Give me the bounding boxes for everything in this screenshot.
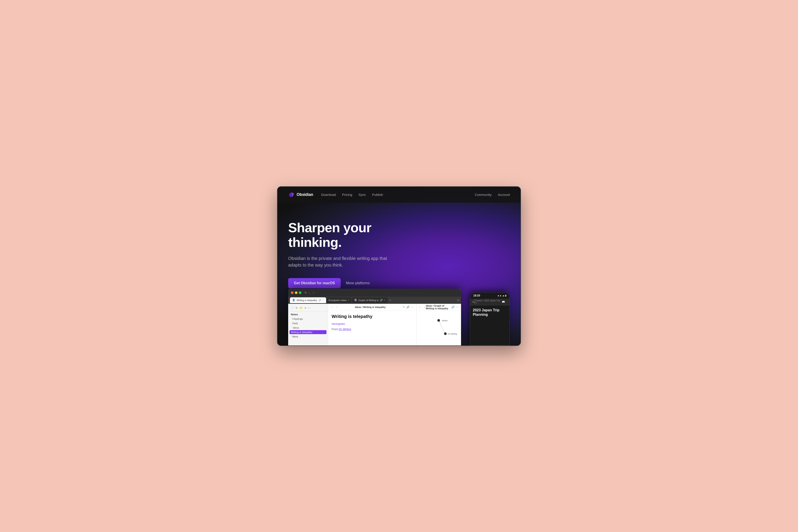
tab-text-1: Writing is telepathy	[297, 299, 317, 302]
mobile-toolbar-icon-more[interactable]: ⋯	[505, 301, 507, 303]
tab-chain-icon-1: 🔗	[318, 299, 321, 301]
note-body: From On Writing	[332, 328, 413, 331]
note-pane-toolbar: ← → Ideas / Writing is telepathy ✎ 🔗	[328, 304, 416, 311]
titlebar-search-icon: ⌕	[309, 291, 310, 294]
nav-arrows: ← →	[331, 306, 338, 309]
mobile-signal-icon: ▲▲	[497, 294, 502, 297]
tab-close-3[interactable]: ×	[384, 299, 385, 301]
forward-arrow-icon[interactable]: →	[335, 306, 338, 309]
mobile-content: 2023 Japan Trip Planning	[470, 305, 509, 322]
tab-graph[interactable]: 🔮 Graph of Writing is 🔗 ×	[352, 297, 388, 303]
sidebar-item-daily[interactable]: › Daily	[290, 321, 327, 325]
mobile-toolbar-icon-left[interactable]: ⊞	[472, 301, 475, 303]
tab-close-2[interactable]: ×	[348, 299, 349, 301]
preview-section: ⊞ ⌕ ☆ 🔮 Writing is telepathy 🔗 × Evergre…	[278, 289, 520, 345]
graph-node-books[interactable]	[437, 319, 440, 322]
graph-pane: ← → Ideas / Graph of Writing is telepath…	[416, 304, 461, 345]
tab-bar: 🔮 Writing is telepathy 🔗 × Evergreen not…	[288, 297, 461, 304]
sidebar-icon-file[interactable]: 📄	[291, 306, 294, 309]
svg-line-0	[439, 320, 445, 334]
mobile-status-icons: ▲▲ ☁ ▮	[497, 294, 506, 297]
sidebar-item-meta[interactable]: › Meta	[290, 335, 327, 339]
nav-links: Download Pricing Sync Publish	[321, 193, 383, 196]
app-main: ← → Ideas / Writing is telepathy ✎ 🔗	[328, 304, 461, 345]
more-icon[interactable]: ⋯	[411, 306, 414, 309]
get-obsidian-button[interactable]: Get Obsidian for macOS	[288, 278, 341, 288]
note-body-link[interactable]: On Writing	[338, 328, 351, 331]
mobile-toolbar-icon-book[interactable]: 📖	[502, 301, 505, 303]
mobile-toolbar: ⊞ Projects / 2023 Japan Trip Pl... 📖 ⋯	[470, 299, 509, 305]
tab-writing-telepathy[interactable]: 🔮 Writing is telepathy 🔗 ×	[290, 297, 326, 303]
sidebar-section-notes: Notes	[290, 312, 327, 317]
graph-content: Books On Writing	[416, 311, 461, 345]
more-platforms-button[interactable]: More platforms	[346, 281, 370, 285]
sidebar-label-writing: Writing is telepathy	[291, 331, 312, 334]
nav-link-community[interactable]: Community	[475, 193, 491, 196]
note-title: Writing is telepathy	[332, 314, 413, 319]
hero-content: Sharpen your thinking. Obsidian is the p…	[278, 203, 520, 297]
graph-label-books: Books	[442, 320, 448, 322]
graph-nav-arrows: ← →	[419, 306, 426, 309]
sidebar-icon-sort[interactable]: ≡	[304, 306, 306, 309]
tab-evergreen[interactable]: Evergreen notes ×	[327, 297, 352, 303]
sidebar-label-meta: Meta	[292, 335, 298, 338]
graph-node-onwriting[interactable]	[444, 332, 447, 335]
mobile-body: 2023 Japan Trip Planning	[470, 305, 509, 322]
sidebar-item-ideas[interactable]: ˅ Ideas	[290, 326, 327, 330]
graph-toolbar: ← → Ideas / Graph of Writing is telepath…	[416, 304, 461, 311]
nav-right: Community Account	[475, 193, 510, 196]
note-tag[interactable]: #evergreen	[332, 322, 345, 325]
mobile-time: 18:20	[473, 294, 480, 297]
tab-text-2: Evergreen notes	[329, 299, 347, 302]
mobile-battery-icon: ▮	[505, 294, 506, 297]
logo-group[interactable]: Obsidian	[288, 192, 313, 198]
tab-expand-icon[interactable]: ⊡	[457, 299, 459, 302]
traffic-light-yellow[interactable]	[295, 291, 297, 294]
sidebar-item-clippings[interactable]: › Clippings	[290, 317, 327, 321]
mobile-breadcrumb: Projects / 2023 Japan Trip Pl...	[475, 299, 502, 304]
chevron-icon-daily: ›	[291, 322, 292, 324]
sidebar-item-writing-telepathy[interactable]: Writing is telepathy	[290, 330, 327, 334]
nav-link-download[interactable]: Download	[321, 193, 336, 196]
edit-icon[interactable]: ✎	[403, 306, 405, 309]
graph-more-icon[interactable]: ⋯	[456, 306, 459, 309]
link-icon[interactable]: 🔗	[406, 306, 410, 309]
graph-forward-icon[interactable]: →	[423, 306, 426, 309]
graph-label-onwriting: On Writing	[448, 333, 457, 335]
back-arrow-icon[interactable]: ←	[331, 306, 333, 309]
mobile-status-bar: 18:20 ▲▲ ☁ ▮	[470, 292, 509, 299]
note-pane: ← → Ideas / Writing is telepathy ✎ 🔗	[328, 304, 416, 345]
sidebar-icon-edit[interactable]: ✎	[296, 306, 298, 309]
obsidian-logo-icon	[288, 192, 294, 198]
chevron-icon-meta: ›	[291, 336, 292, 338]
nav-link-sync[interactable]: Sync	[358, 193, 366, 196]
logo-text: Obsidian	[297, 192, 313, 197]
hero-actions: Get Obsidian for macOS More platforms	[288, 278, 510, 288]
graph-link-icon[interactable]: 🔗	[451, 306, 454, 309]
app-body: 📄 ✎ 📁 ≡ ⋯ Notes › Clippings	[288, 304, 461, 345]
nav-link-account[interactable]: Account	[498, 193, 510, 196]
sidebar-label-clippings: Clippings	[292, 318, 303, 320]
nav-link-publish[interactable]: Publish	[372, 193, 383, 196]
traffic-light-red[interactable]	[291, 291, 294, 294]
graph-breadcrumb-prefix: Ideas	[426, 304, 432, 307]
sidebar-icon-more[interactable]: ⋯	[308, 306, 311, 309]
graph-back-icon[interactable]: ←	[419, 306, 421, 309]
sidebar-label-ideas: Ideas	[293, 326, 299, 329]
breadcrumb-current: Writing is telepathy	[363, 306, 386, 308]
tab-graph-icon: 🔮	[354, 299, 357, 302]
titlebar-star-icon: ☆	[313, 291, 315, 294]
tab-close-1[interactable]: ×	[322, 299, 324, 301]
nav-link-pricing[interactable]: Pricing	[342, 193, 352, 196]
traffic-light-green[interactable]	[299, 291, 301, 294]
hero-subtitle: Obsidian is the private and flexible wri…	[288, 255, 394, 268]
chevron-icon-ideas: ˅	[291, 327, 292, 329]
titlebar-folder-icon: ⊞	[304, 291, 307, 294]
sidebar-nav: Notes › Clippings › Daily ˅ Ideas	[288, 312, 328, 339]
sidebar-icon-folder[interactable]: 📁	[299, 306, 303, 309]
tab-add-button[interactable]: +	[388, 299, 392, 302]
note-pane-actions: ✎ 🔗 ⋯	[403, 306, 414, 309]
chevron-icon: ›	[291, 318, 292, 320]
tab-text-3: Graph of Writing is	[358, 299, 378, 302]
breadcrumb-prefix: Ideas	[355, 306, 361, 308]
